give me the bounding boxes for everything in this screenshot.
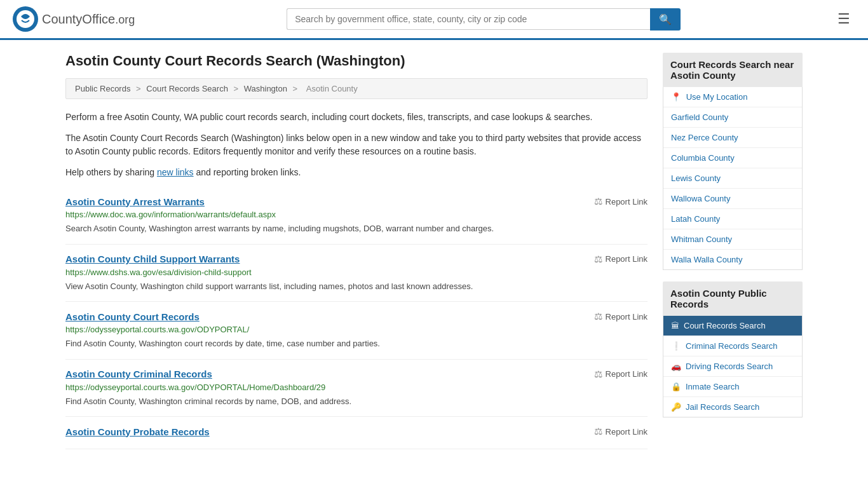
- nearby-use-location[interactable]: 📍 Use My Location: [663, 87, 802, 107]
- search-area: 🔍: [287, 8, 681, 30]
- sidebar-public: 🏛 Court Records Search ❕ Criminal Record…: [663, 316, 803, 417]
- sidebar-nearby-title: Court Records Search near Asotin County: [663, 53, 803, 87]
- nearby-lewis[interactable]: Lewis County: [663, 168, 802, 189]
- menu-icon[interactable]: ☰: [832, 8, 855, 30]
- breadcrumb: Public Records > Court Records Search > …: [65, 78, 648, 99]
- result-title-2[interactable]: Asotin County Court Records: [65, 311, 200, 322]
- criminal-records-icon: ❕: [671, 341, 681, 351]
- search-input[interactable]: [287, 8, 650, 30]
- breadcrumb-asotin-county: Asotin County: [306, 84, 358, 93]
- nearby-whitman[interactable]: Whitman County: [663, 229, 802, 250]
- result-title-1[interactable]: Asotin County Child Support Warrants: [65, 254, 240, 264]
- main-wrapper: Asotin County Court Records Search (Wash…: [53, 40, 815, 462]
- result-desc-3: Find Asotin County, Washington criminal …: [65, 395, 648, 408]
- breadcrumb-court-records-search[interactable]: Court Records Search: [146, 84, 228, 93]
- result-url-1[interactable]: https://www.dshs.wa.gov/esa/division-chi…: [65, 268, 648, 277]
- sidebar-nearby: 📍 Use My Location Garfield County Nez Pe…: [663, 87, 803, 270]
- breadcrumb-washington[interactable]: Washington: [244, 84, 287, 93]
- report-link-4[interactable]: ⚖ Report Link: [594, 426, 648, 437]
- result-item-0: Asotin County Arrest Warrants ⚖ Report L…: [65, 187, 648, 245]
- result-url-0[interactable]: https://www.doc.wa.gov/information/warra…: [65, 210, 648, 219]
- intro-para-1: Perform a free Asotin County, WA public …: [65, 111, 648, 124]
- search-button[interactable]: 🔍: [650, 8, 681, 30]
- nearby-latah[interactable]: Latah County: [663, 209, 802, 229]
- result-item-3: Asotin County Criminal Records ⚖ Report …: [65, 360, 648, 417]
- sidebar-public-title: Asotin County Public Records: [663, 281, 803, 316]
- content-area: Asotin County Court Records Search (Wash…: [65, 53, 648, 449]
- public-item-jail-records[interactable]: 🔑 Jail Records Search: [663, 397, 802, 417]
- nearby-wallowa[interactable]: Wallowa County: [663, 189, 802, 209]
- nearby-columbia[interactable]: Columbia County: [663, 148, 802, 168]
- report-icon-1: ⚖: [594, 254, 602, 265]
- result-title-3[interactable]: Asotin County Criminal Records: [65, 369, 212, 379]
- result-desc-0: Search Asotin County, Washington arrest …: [65, 222, 648, 235]
- driving-records-icon: 🚗: [671, 362, 681, 371]
- report-icon-0: ⚖: [594, 196, 602, 207]
- report-link-1[interactable]: ⚖ Report Link: [594, 254, 648, 265]
- nearby-nez-perce[interactable]: Nez Perce County: [663, 128, 802, 148]
- public-item-driving-records[interactable]: 🚗 Driving Records Search: [663, 356, 802, 377]
- intro-para-3: Help others by sharing new links and rep…: [65, 166, 648, 179]
- result-desc-1: View Asotin County, Washington child sup…: [65, 280, 648, 293]
- results-list: Asotin County Arrest Warrants ⚖ Report L…: [65, 187, 648, 449]
- report-icon-3: ⚖: [594, 369, 602, 380]
- report-link-2[interactable]: ⚖ Report Link: [594, 311, 648, 322]
- sidebar: Court Records Search near Asotin County …: [663, 53, 803, 449]
- report-link-3[interactable]: ⚖ Report Link: [594, 369, 648, 380]
- report-icon-2: ⚖: [594, 311, 602, 322]
- result-title-0[interactable]: Asotin County Arrest Warrants: [65, 196, 205, 207]
- public-item-inmate-search[interactable]: 🔒 Inmate Search: [663, 377, 802, 397]
- court-records-icon: 🏛: [671, 321, 679, 330]
- result-item-4: Asotin County Probate Records ⚖ Report L…: [65, 417, 648, 449]
- result-item-1: Asotin County Child Support Warrants ⚖ R…: [65, 245, 648, 302]
- logo-text: CountyOffice.org: [42, 12, 135, 27]
- report-icon-4: ⚖: [594, 426, 602, 437]
- breadcrumb-public-records[interactable]: Public Records: [75, 84, 130, 93]
- jail-records-icon: 🔑: [671, 402, 681, 412]
- logo[interactable]: CountyOffice.org: [13, 6, 135, 32]
- public-item-court-records[interactable]: 🏛 Court Records Search: [663, 316, 802, 336]
- result-desc-2: Find Asotin County, Washington court rec…: [65, 337, 648, 350]
- nearby-walla-walla[interactable]: Walla Walla County: [663, 250, 802, 269]
- result-item-2: Asotin County Court Records ⚖ Report Lin…: [65, 302, 648, 360]
- result-url-2[interactable]: https://odysseyportal.courts.wa.gov/ODYP…: [65, 325, 648, 334]
- inmate-search-icon: 🔒: [671, 382, 681, 391]
- logo-icon: [13, 6, 38, 32]
- report-link-0[interactable]: ⚖ Report Link: [594, 196, 648, 207]
- page-title: Asotin County Court Records Search (Wash…: [65, 53, 648, 69]
- new-links-link[interactable]: new links: [157, 167, 194, 177]
- result-url-3[interactable]: https://odysseyportal.courts.wa.gov/ODYP…: [65, 383, 648, 392]
- intro-para-2: The Asotin County Court Records Search (…: [65, 132, 648, 158]
- svg-point-2: [24, 15, 27, 18]
- public-item-criminal-records[interactable]: ❕ Criminal Records Search: [663, 336, 802, 356]
- nearby-garfield[interactable]: Garfield County: [663, 107, 802, 128]
- site-header: CountyOffice.org 🔍 ☰: [0, 0, 868, 40]
- result-title-4[interactable]: Asotin County Probate Records: [65, 426, 210, 437]
- location-icon: 📍: [671, 92, 681, 102]
